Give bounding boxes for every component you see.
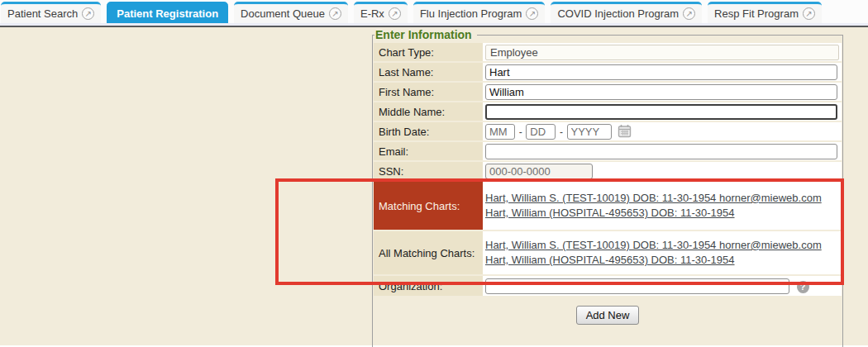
email-label: Email: [374,142,483,160]
registration-form-table: Chart Type: Employee Last Name: First Na… [374,41,842,327]
email-row: Email: [374,142,842,160]
ssn-row: SSN: [374,162,842,180]
birth-month-input[interactable] [485,124,515,140]
calendar-icon[interactable] [618,124,632,138]
button-row: Add New [374,297,842,326]
tab-patient-registration[interactable]: Patient Registration [107,2,228,23]
matching-charts-label: Matching Charts: [374,182,483,230]
popout-icon[interactable]: ↗ [526,7,538,20]
matching-charts-row: Matching Charts: Hart, William S. (TEST-… [374,182,842,230]
last-name-row: Last Name: [374,63,842,81]
middle-name-row: Middle Name: [374,102,842,121]
tab-covid-injection-program[interactable]: COVID Injection Program ↗ [551,2,702,23]
popout-icon[interactable]: ↗ [803,7,815,20]
organization-input[interactable] [485,278,789,294]
tab-label: Patient Search [7,7,78,20]
ssn-input[interactable] [485,164,593,179]
fieldset-legend: Enter Information [374,28,477,41]
last-name-label: Last Name: [374,63,483,81]
matching-chart-link[interactable]: Hart, William (HOSPITAL-495653) DOB: 11-… [485,206,839,221]
all-matching-charts-row: All Matching Charts: Hart, William S. (T… [374,231,842,274]
first-name-input[interactable] [485,84,837,100]
tab-label: COVID Injection Program [557,7,679,20]
popout-icon[interactable]: ↗ [329,7,341,20]
all-matching-charts-label: All Matching Charts: [374,231,483,274]
matching-chart-link[interactable]: Hart, William (HOSPITAL-495653) DOB: 11-… [485,253,839,268]
ssn-label: SSN: [374,162,483,180]
tab-label: Patient Registration [117,7,218,20]
tab-label: Resp Fit Program [714,7,799,20]
enter-information-fieldset: Enter Information Chart Type: Employee L… [372,28,843,347]
last-name-input[interactable] [485,64,837,80]
first-name-row: First Name: [374,83,842,101]
help-icon[interactable]: ? [797,281,809,293]
tab-label: E-Rx [360,7,384,20]
organization-label: Organization: [374,276,483,296]
birth-year-input[interactable] [567,124,612,140]
tab-resp-fit-program[interactable]: Resp Fit Program ↗ [708,2,822,23]
date-separator: - [560,126,563,138]
tab-e-rx[interactable]: E-Rx ↗ [354,2,408,23]
tab-document-queue[interactable]: Document Queue ↗ [234,2,348,23]
tab-patient-search[interactable]: Patient Search ↗ [1,2,101,23]
popout-icon[interactable]: ↗ [389,7,401,20]
popout-icon[interactable]: ↗ [683,7,695,20]
organization-row: Organization: ? [374,276,842,296]
middle-name-label: Middle Name: [374,102,483,121]
tab-label: Document Queue [241,7,325,20]
tab-flu-injection-program[interactable]: Flu Injection Program ↗ [413,2,546,23]
birth-date-label: Birth Date: [374,122,483,140]
tab-bar: Patient Search ↗ Patient Registration Do… [0,0,868,23]
email-input[interactable] [485,144,837,159]
date-separator: - [519,126,522,138]
chart-type-label: Chart Type: [374,43,483,61]
page-content: Enter Information Chart Type: Employee L… [0,27,868,345]
chart-type-value: Employee [485,45,839,60]
birth-date-row: Birth Date: - - [374,122,842,140]
tab-label: Flu Injection Program [420,7,522,20]
middle-name-input[interactable] [485,104,837,120]
first-name-label: First Name: [374,83,483,101]
add-new-button[interactable]: Add New [576,306,640,325]
popout-icon[interactable]: ↗ [82,7,94,20]
matching-chart-link[interactable]: Hart, William S. (TEST-10019) DOB: 11-30… [485,191,839,206]
matching-chart-link[interactable]: Hart, William S. (TEST-10019) DOB: 11-30… [485,238,839,253]
birth-day-input[interactable] [526,124,556,140]
chart-type-row: Chart Type: Employee [374,43,842,61]
